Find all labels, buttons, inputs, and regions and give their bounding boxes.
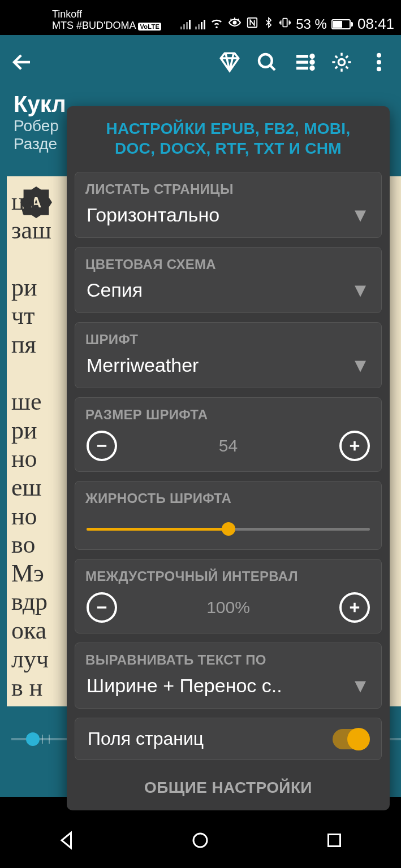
setting-paging: ЛИСТАТЬ СТРАНИЦЫ Горизонтально ▼: [75, 172, 382, 238]
setting-color-value: Сепия: [87, 279, 143, 301]
signal-icon-1: [180, 19, 191, 29]
overflow-icon[interactable]: [367, 50, 391, 76]
svg-point-9: [377, 60, 381, 64]
progress-tick: [49, 735, 50, 744]
setting-page-margins: Поля страниц: [75, 718, 382, 760]
setting-line-spacing: МЕЖДУСТРОЧНЫЙ ИНТЕРВАЛ 100%: [75, 559, 382, 633]
setting-font: ШРИФТ Merriweather ▼: [75, 322, 382, 388]
leading-increase-button[interactable]: [339, 592, 370, 623]
setting-color-dropdown[interactable]: Сепия ▼: [85, 277, 371, 303]
progress-tick: [42, 735, 43, 744]
svg-point-7: [338, 59, 344, 65]
leading-decrease-button[interactable]: [87, 592, 117, 623]
setting-leading-label: МЕЖДУСТРОЧНЫЙ ИНТЕРВАЛ: [85, 565, 371, 589]
svg-point-11: [193, 834, 207, 847]
chevron-down-icon: ▼: [351, 279, 370, 301]
svg-point-0: [234, 21, 236, 24]
margins-toggle[interactable]: [333, 729, 369, 749]
settings-panel-title: НАСТРОЙКИ EPUB, FB2, MOBI, DOC, DOCX, RT…: [67, 106, 390, 172]
carrier-2: MTS #BUD'DOMA VoLTE: [52, 20, 161, 32]
setting-font-weight: ЖИРНОСТЬ ШРИФТА: [75, 481, 382, 550]
nfc-icon: [246, 16, 258, 32]
svg-point-8: [377, 53, 381, 58]
svg-point-10: [377, 67, 381, 71]
bluetooth-icon: [263, 16, 274, 33]
setting-paging-value: Горизонтально: [87, 204, 219, 226]
battery-icon: [331, 19, 353, 29]
volte-badge: VoLTE: [138, 23, 161, 31]
eye-icon: [228, 16, 242, 33]
setting-fontsize-value: 54: [219, 436, 238, 455]
settings-panel: НАСТРОЙКИ EPUB, FB2, MOBI, DOC, DOCX, RT…: [67, 106, 390, 810]
nav-home-button[interactable]: [190, 830, 210, 853]
nav-recent-button[interactable]: [324, 830, 344, 853]
slider-thumb[interactable]: [222, 522, 235, 536]
setting-font-value: Merriweather: [87, 354, 199, 376]
chevron-down-icon: ▼: [351, 675, 370, 697]
status-time: 08:41: [357, 15, 394, 33]
reading-progress-thumb[interactable]: [26, 732, 40, 746]
svg-rect-12: [328, 835, 340, 847]
setting-font-dropdown[interactable]: Merriweather ▼: [85, 352, 371, 379]
back-button[interactable]: [10, 50, 34, 76]
gear-icon[interactable]: [330, 50, 353, 76]
wifi-icon: [210, 16, 223, 33]
setting-align-dropdown[interactable]: Ширине + Перенос с.. ▼: [85, 672, 371, 699]
battery-percent: 53 %: [296, 16, 327, 32]
nav-back-button[interactable]: [57, 830, 77, 853]
setting-color-scheme: ЦВЕТОВАЯ СХЕМА Сепия ▼: [75, 247, 382, 313]
carrier-1: Tinkoff: [52, 9, 161, 20]
setting-text-align: ВЫРАВНИВАТЬ ТЕКСТ ПО Ширине + Перенос с.…: [75, 643, 382, 709]
setting-color-label: ЦВЕТОВАЯ СХЕМА: [85, 253, 371, 277]
contents-icon[interactable]: [292, 50, 316, 76]
setting-paging-label: ЛИСТАТЬ СТРАНИЦЫ: [85, 178, 371, 202]
general-settings-button[interactable]: ОБЩИЕ НАСТРОЙКИ: [67, 766, 390, 810]
search-icon[interactable]: [255, 50, 279, 76]
setting-weight-label: ЖИРНОСТЬ ШРИФТА: [85, 487, 371, 511]
setting-font-size: РАЗМЕР ШРИФТА 54: [75, 397, 382, 472]
setting-align-label: ВЫРАВНИВАТЬ ТЕКСТ ПО: [85, 649, 371, 672]
setting-paging-dropdown[interactable]: Горизонтально ▼: [85, 202, 371, 228]
setting-fontsize-label: РАЗМЕР ШРИФТА: [85, 403, 371, 427]
svg-point-6: [311, 67, 313, 69]
signal-icon-2: [195, 19, 205, 29]
setting-font-label: ШРИФТ: [85, 328, 371, 352]
status-right: 53 % 08:41: [180, 15, 394, 33]
setting-margins-label: Поля страниц: [88, 728, 204, 749]
diamond-icon[interactable]: [218, 50, 242, 76]
reading-text-fragment: ца заш ри чт пя ше ри но еш но во Мэ вдр…: [11, 188, 68, 760]
svg-rect-2: [283, 19, 287, 27]
setting-leading-value: 100%: [206, 598, 250, 617]
svg-point-4: [311, 55, 313, 57]
chevron-down-icon: ▼: [351, 354, 370, 376]
system-nav-bar: [0, 815, 401, 868]
setting-align-value: Ширине + Перенос с..: [87, 675, 282, 697]
fontsize-decrease-button[interactable]: [87, 431, 117, 461]
status-bar: Tinkoff MTS #BUD'DOMA VoLTE: [0, 0, 401, 35]
status-carriers: Tinkoff MTS #BUD'DOMA VoLTE: [7, 9, 161, 33]
chevron-down-icon: ▼: [351, 204, 370, 226]
svg-point-5: [311, 61, 313, 63]
weight-slider[interactable]: [87, 518, 370, 540]
slider-fill: [87, 528, 228, 531]
left-edge: [0, 176, 7, 797]
fontsize-increase-button[interactable]: [339, 431, 370, 461]
vibrate-icon: [279, 16, 291, 32]
